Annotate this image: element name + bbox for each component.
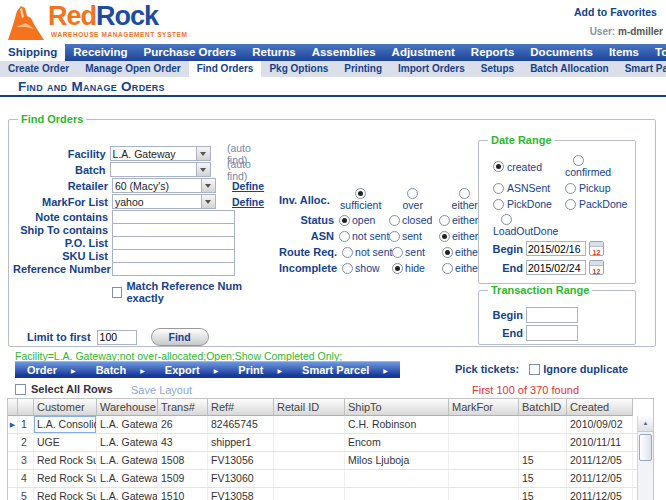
field-label-batch: Batch bbox=[13, 164, 110, 176]
main-nav-item-shipping[interactable]: Shipping bbox=[0, 44, 65, 61]
grid-cell: Red Rock Supp bbox=[34, 488, 97, 500]
field-label-sku-list: SKU List bbox=[13, 250, 112, 262]
grid-header-markfor[interactable]: MarkFor bbox=[449, 399, 519, 416]
sub-nav-item-import-orders[interactable]: Import Orders bbox=[390, 61, 473, 77]
scroll-up-icon[interactable]: ▲ bbox=[638, 416, 653, 432]
table-row[interactable]: 5Red Rock SuppL.A. Gateway1510FV13058152… bbox=[8, 488, 653, 500]
radio-option-status-open[interactable]: open bbox=[339, 214, 389, 226]
grid-header-retail-id[interactable]: Retail ID bbox=[274, 399, 345, 416]
chevron-down-icon[interactable] bbox=[196, 147, 210, 160]
date-end-input[interactable] bbox=[526, 260, 586, 275]
main-nav-item-adjustment[interactable]: Adjustment bbox=[384, 44, 463, 61]
date-radio-loadoutdone[interactable]: LoadOutDone bbox=[493, 214, 565, 237]
input-ship-to-contains[interactable] bbox=[112, 223, 235, 237]
radio-option-status-closed[interactable]: closed bbox=[389, 214, 439, 226]
main-nav-item-purchase-orders[interactable]: Purchase Orders bbox=[136, 44, 245, 61]
grid-header-created[interactable]: Created bbox=[567, 399, 633, 416]
combo-batch[interactable] bbox=[110, 162, 211, 177]
ignore-duplicate-checkbox[interactable] bbox=[529, 364, 540, 375]
sub-nav-item-batch-allocation[interactable]: Batch Allocation bbox=[522, 61, 617, 77]
radio-group-route-req: Route Req.not sentsenteither bbox=[279, 246, 489, 258]
table-row[interactable]: 2UGEL.A. Gateway43shipper1Encom2010/11/1… bbox=[8, 434, 653, 452]
sub-nav-item-printing[interactable]: Printing bbox=[336, 61, 390, 77]
date-begin-input[interactable] bbox=[526, 241, 586, 256]
user-label: User: bbox=[590, 26, 616, 37]
toolbar-menu-batch[interactable]: Batch▶ bbox=[96, 364, 145, 376]
toolbar-menu-print[interactable]: Print▶ bbox=[238, 364, 282, 376]
radio-option-asn-not-sent[interactable]: not sent bbox=[339, 230, 389, 242]
input-note-contains[interactable] bbox=[112, 210, 235, 224]
chevron-down-icon[interactable] bbox=[201, 195, 215, 208]
add-to-favorites-link[interactable]: Add to Favorites bbox=[574, 6, 657, 18]
radio-icon bbox=[565, 183, 576, 194]
grid-header-shipto[interactable]: ShipTo bbox=[345, 399, 449, 416]
logo-tagline: WAREHOUSE MANAGEMENT SYSTEM bbox=[51, 31, 187, 38]
transaction-end-input[interactable] bbox=[526, 325, 578, 341]
grid-header-ref[interactable]: Ref# bbox=[208, 399, 274, 416]
date-radio-created[interactable]: created bbox=[493, 155, 565, 178]
table-row[interactable]: 4Red Rock SuppL.A. Gateway1509FV13060152… bbox=[8, 470, 653, 488]
define-link-markfor-list[interactable]: Define bbox=[232, 196, 264, 208]
main-nav-item-tools[interactable]: Tools bbox=[647, 44, 666, 61]
define-link-retailer[interactable]: Define bbox=[232, 180, 264, 192]
date-radio-pickup[interactable]: Pickup bbox=[565, 182, 633, 194]
main-nav-item-assemblies[interactable]: Assemblies bbox=[304, 44, 384, 61]
sub-nav-item-find-orders[interactable]: Find Orders bbox=[189, 61, 262, 77]
table-row[interactable]: 3Red Rock SuppL.A. Gateway1508FV13056Mil… bbox=[8, 452, 653, 470]
radio-option-asn-sent[interactable]: sent bbox=[389, 230, 439, 242]
input-reference-number[interactable] bbox=[112, 262, 235, 276]
sub-nav-item-setups[interactable]: Setups bbox=[473, 61, 522, 77]
input-p-o-list[interactable] bbox=[112, 236, 235, 250]
main-nav-item-items[interactable]: Items bbox=[601, 44, 647, 61]
date-radio-pickdone[interactable]: PickDone bbox=[493, 198, 565, 210]
radio-icon bbox=[439, 215, 450, 226]
input-sku-list[interactable] bbox=[112, 249, 235, 263]
date-radio-confirmed[interactable]: confirmed bbox=[565, 155, 633, 178]
grid-header-warehouse[interactable]: Warehouse bbox=[97, 399, 158, 416]
grid-cell: 15 bbox=[519, 452, 567, 469]
radio-option-incomplete-hide[interactable]: hide bbox=[392, 262, 442, 274]
chevron-down-icon[interactable] bbox=[201, 179, 215, 192]
grid-header-trans[interactable]: Trans# bbox=[158, 399, 208, 416]
sub-nav-item-manage-open-order[interactable]: Manage Open Order bbox=[77, 61, 189, 77]
limit-input[interactable] bbox=[97, 330, 137, 345]
match-reference-checkbox[interactable] bbox=[112, 287, 122, 298]
radio-option-incomplete-show[interactable]: show bbox=[342, 262, 392, 274]
main-nav-item-returns[interactable]: Returns bbox=[244, 44, 303, 61]
calendar-icon[interactable] bbox=[589, 260, 604, 275]
save-layout-link[interactable]: Save Layout bbox=[131, 384, 192, 396]
select-all-checkbox[interactable] bbox=[15, 384, 26, 395]
transaction-begin-input[interactable] bbox=[526, 307, 578, 323]
date-radio-packdone[interactable]: PackDone bbox=[565, 198, 633, 210]
vertical-scrollbar[interactable]: ▲ bbox=[637, 416, 653, 500]
grid-header-customer[interactable]: Customer bbox=[34, 399, 97, 416]
grid-cell: L.A. Consolidat bbox=[34, 416, 97, 433]
sub-nav-item-create-order[interactable]: Create Order bbox=[0, 61, 77, 77]
combo-markfor-list[interactable]: yahoo bbox=[112, 194, 216, 209]
sub-nav-item-pkg-options[interactable]: Pkg Options bbox=[261, 61, 336, 77]
radio-option-route-req-not-sent[interactable]: not sent bbox=[342, 246, 392, 258]
radio-option-route-req-sent[interactable]: sent bbox=[392, 246, 442, 258]
main-nav-item-reports[interactable]: Reports bbox=[463, 44, 522, 61]
sub-nav-item-smart-pack[interactable]: Smart Pack bbox=[617, 61, 666, 77]
row-arrow-icon: ▶ bbox=[8, 416, 18, 433]
radio-option-inv-alloc-sufficient[interactable]: sufficient bbox=[335, 188, 387, 211]
grid-header-batchid[interactable]: BatchID bbox=[519, 399, 567, 416]
scroll-thumb[interactable] bbox=[639, 434, 652, 461]
toolbar-menu-export[interactable]: Export▶ bbox=[165, 364, 218, 376]
toolbar-menu-order[interactable]: Order▶ bbox=[27, 364, 76, 376]
find-button[interactable]: Find bbox=[151, 328, 209, 346]
main-nav-item-documents[interactable]: Documents bbox=[522, 44, 601, 61]
radio-option-inv-alloc-over[interactable]: over bbox=[387, 188, 439, 211]
table-row[interactable]: ▶1L.A. ConsolidatL.A. Gateway2682465745C… bbox=[8, 416, 653, 434]
chevron-down-icon[interactable] bbox=[196, 163, 210, 176]
combo-facility[interactable]: L.A. Gateway bbox=[110, 146, 211, 161]
toolbar-menu-smart-parcel[interactable]: Smart Parcel▶ bbox=[302, 364, 388, 376]
combo-retailer[interactable]: 60 (Macy's) bbox=[112, 178, 216, 193]
grid-cell: 1508 bbox=[158, 452, 208, 469]
main-nav-item-receiving[interactable]: Receiving bbox=[65, 44, 135, 61]
grid-cell: 2010/09/02 bbox=[567, 416, 633, 433]
radio-icon bbox=[339, 215, 350, 226]
calendar-icon[interactable] bbox=[589, 241, 604, 256]
date-radio-asnsent[interactable]: ASNSent bbox=[493, 182, 565, 194]
